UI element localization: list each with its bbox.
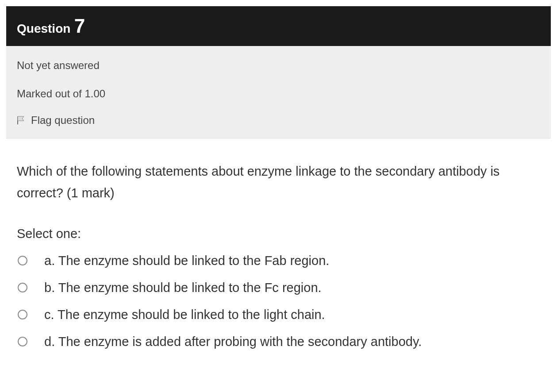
flag-icon	[17, 115, 26, 125]
question-meta: Not yet answered Marked out of 1.00 Flag…	[6, 46, 551, 138]
option-b[interactable]: b. The enzyme should be linked to the Fc…	[17, 281, 540, 295]
radio-button[interactable]	[18, 256, 27, 265]
option-text: a. The enzyme should be linked to the Fa…	[44, 254, 329, 268]
option-text: d. The enzyme is added after probing wit…	[44, 334, 422, 349]
marks-text: Marked out of 1.00	[17, 80, 540, 108]
option-a[interactable]: a. The enzyme should be linked to the Fa…	[17, 254, 540, 268]
flag-question-label: Flag question	[31, 114, 95, 127]
flag-question-link[interactable]: Flag question	[17, 108, 540, 129]
question-label: Question	[17, 22, 70, 35]
status-text: Not yet answered	[17, 51, 540, 80]
option-d[interactable]: d. The enzyme is added after probing wit…	[17, 334, 540, 349]
option-text: b. The enzyme should be linked to the Fc…	[44, 281, 322, 295]
options-list: a. The enzyme should be linked to the Fa…	[17, 254, 540, 349]
radio-button[interactable]	[18, 283, 27, 292]
option-c[interactable]: c. The enzyme should be linked to the li…	[17, 307, 540, 322]
question-header: Question 7	[6, 6, 551, 46]
option-text: c. The enzyme should be linked to the li…	[44, 307, 325, 322]
question-number: 7	[74, 15, 85, 37]
radio-button[interactable]	[18, 310, 27, 319]
select-one-label: Select one:	[17, 227, 540, 241]
question-text: Which of the following statements about …	[17, 161, 540, 204]
radio-button[interactable]	[18, 337, 27, 346]
question-body: Which of the following statements about …	[6, 138, 551, 358]
